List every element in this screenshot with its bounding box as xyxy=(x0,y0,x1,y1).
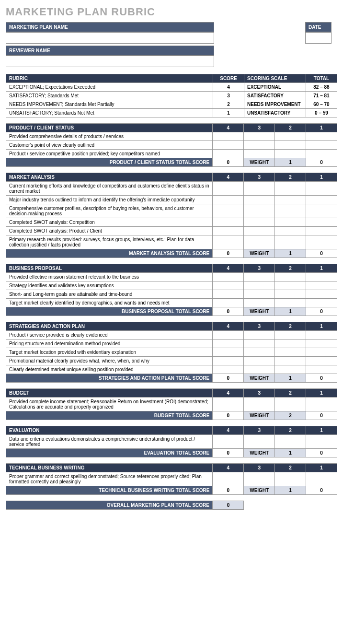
score-cell[interactable] xyxy=(213,290,244,299)
score-cell[interactable] xyxy=(213,340,244,348)
score-cell[interactable] xyxy=(213,348,244,357)
score-cell[interactable] xyxy=(275,196,306,204)
score-cell[interactable] xyxy=(213,196,244,204)
score-cell[interactable] xyxy=(306,340,337,348)
score-cell[interactable] xyxy=(213,227,244,235)
score-cell[interactable] xyxy=(306,196,337,204)
score-cell[interactable] xyxy=(306,132,337,141)
score-cell[interactable] xyxy=(275,472,306,486)
score-cell[interactable] xyxy=(275,273,306,281)
section-final: 0 xyxy=(306,486,337,495)
score-cell[interactable] xyxy=(306,365,337,374)
score-cell[interactable] xyxy=(244,281,275,290)
score-cell[interactable] xyxy=(275,357,306,365)
score-cell[interactable] xyxy=(244,290,275,299)
score-cell[interactable] xyxy=(244,132,275,141)
score-cell[interactable] xyxy=(306,235,337,249)
score-cell[interactable] xyxy=(306,281,337,290)
score-cell[interactable] xyxy=(275,281,306,290)
weight-value[interactable]: 1 xyxy=(275,249,306,258)
score-cell[interactable] xyxy=(306,204,337,218)
score-cell[interactable] xyxy=(244,273,275,281)
score-cell[interactable] xyxy=(306,218,337,227)
score-cell[interactable] xyxy=(306,331,337,340)
total-header: TOTAL xyxy=(306,74,337,83)
score-cell[interactable] xyxy=(244,331,275,340)
score-cell[interactable] xyxy=(306,150,337,158)
score-cell[interactable] xyxy=(213,235,244,249)
score-cell[interactable] xyxy=(213,435,244,449)
criterion-desc: Primary research results provided: surve… xyxy=(6,235,213,249)
score-cell[interactable] xyxy=(275,299,306,307)
score-cell[interactable] xyxy=(275,150,306,158)
score-cell[interactable] xyxy=(275,204,306,218)
score-cell[interactable] xyxy=(306,398,337,411)
score-cell[interactable] xyxy=(213,204,244,218)
score-cell[interactable] xyxy=(213,331,244,340)
score-cell[interactable] xyxy=(306,182,337,196)
weight-label: WEIGHT xyxy=(244,449,275,457)
score-cell[interactable] xyxy=(244,150,275,158)
score-cell[interactable] xyxy=(213,132,244,141)
score-cell[interactable] xyxy=(244,398,275,411)
score-cell[interactable] xyxy=(275,348,306,357)
score-cell[interactable] xyxy=(213,150,244,158)
score-cell[interactable] xyxy=(306,357,337,365)
score-cell[interactable] xyxy=(275,435,306,449)
score-cell[interactable] xyxy=(275,331,306,340)
score-cell[interactable] xyxy=(244,204,275,218)
weight-value[interactable]: 2 xyxy=(275,411,306,420)
score-cell[interactable] xyxy=(244,472,275,486)
score-cell[interactable] xyxy=(213,365,244,374)
score-cell[interactable] xyxy=(306,227,337,235)
weight-value[interactable]: 1 xyxy=(275,158,306,167)
score-cell[interactable] xyxy=(275,365,306,374)
score-cell[interactable] xyxy=(275,218,306,227)
score-cell[interactable] xyxy=(244,435,275,449)
score-cell[interactable] xyxy=(244,348,275,357)
score-cell[interactable] xyxy=(213,273,244,281)
plan-name-input[interactable] xyxy=(6,32,214,44)
score-cell[interactable] xyxy=(306,290,337,299)
score-cell[interactable] xyxy=(244,365,275,374)
score-cell[interactable] xyxy=(275,141,306,150)
score-cell[interactable] xyxy=(244,182,275,196)
score-cell[interactable] xyxy=(306,348,337,357)
weight-value[interactable]: 1 xyxy=(275,307,306,316)
score-cell[interactable] xyxy=(213,357,244,365)
score-cell[interactable] xyxy=(244,218,275,227)
weight-value[interactable]: 1 xyxy=(275,374,306,383)
section-header: EVALUATION xyxy=(6,426,213,435)
score-cell[interactable] xyxy=(213,141,244,150)
score-cell[interactable] xyxy=(306,299,337,307)
score-cell[interactable] xyxy=(306,273,337,281)
score-cell[interactable] xyxy=(306,435,337,449)
weight-value[interactable]: 1 xyxy=(275,449,306,457)
score-cell[interactable] xyxy=(275,227,306,235)
score-cell[interactable] xyxy=(213,182,244,196)
score-cell[interactable] xyxy=(275,182,306,196)
date-input[interactable] xyxy=(305,32,332,44)
score-cell[interactable] xyxy=(306,141,337,150)
score-cell[interactable] xyxy=(213,281,244,290)
score-cell[interactable] xyxy=(213,218,244,227)
section-final: 0 xyxy=(306,449,337,457)
score-cell[interactable] xyxy=(244,299,275,307)
score-cell[interactable] xyxy=(244,196,275,204)
score-cell[interactable] xyxy=(213,398,244,411)
score-cell[interactable] xyxy=(213,472,244,486)
score-cell[interactable] xyxy=(244,340,275,348)
score-cell[interactable] xyxy=(244,141,275,150)
score-cell[interactable] xyxy=(275,398,306,411)
score-cell[interactable] xyxy=(275,290,306,299)
score-cell[interactable] xyxy=(244,227,275,235)
score-cell[interactable] xyxy=(275,132,306,141)
reviewer-input[interactable] xyxy=(6,56,214,67)
score-cell[interactable] xyxy=(275,235,306,249)
weight-value[interactable]: 1 xyxy=(275,486,306,495)
score-cell[interactable] xyxy=(244,357,275,365)
score-cell[interactable] xyxy=(275,340,306,348)
score-cell[interactable] xyxy=(244,235,275,249)
score-cell[interactable] xyxy=(306,472,337,486)
score-cell[interactable] xyxy=(213,299,244,307)
